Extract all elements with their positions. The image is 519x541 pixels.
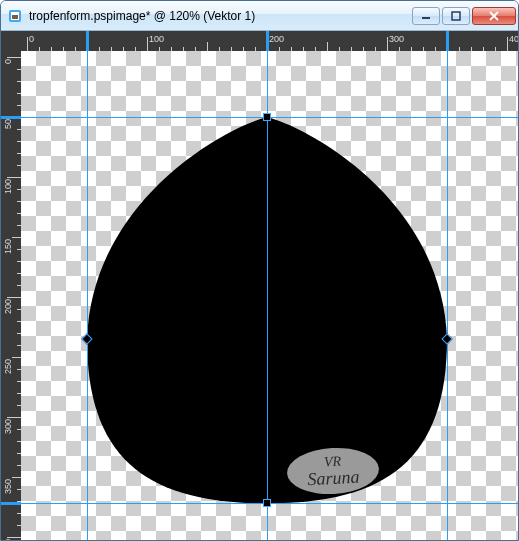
ruler-vertical[interactable]: 050100150200250300350400 bbox=[1, 51, 21, 540]
canvas[interactable]: VR Saruna bbox=[21, 51, 518, 540]
window-title: tropfenform.pspimage* @ 120% (Vektor 1) bbox=[29, 9, 412, 23]
maximize-button[interactable] bbox=[442, 7, 470, 25]
svg-rect-3 bbox=[422, 17, 430, 19]
vector-node[interactable] bbox=[263, 113, 271, 121]
ruler-horizontal[interactable]: 0100200300400 bbox=[21, 31, 518, 51]
document-area: 0100200300400 050100150200250300350400 V… bbox=[1, 31, 518, 540]
app-icon bbox=[7, 8, 23, 24]
svg-rect-4 bbox=[452, 12, 460, 20]
minimize-button[interactable] bbox=[412, 7, 440, 25]
close-button[interactable] bbox=[472, 7, 516, 25]
window-controls bbox=[412, 7, 516, 25]
app-window: tropfenform.pspimage* @ 120% (Vektor 1) … bbox=[0, 0, 519, 541]
ruler-origin[interactable] bbox=[1, 31, 21, 51]
vector-shape[interactable] bbox=[21, 51, 518, 540]
svg-rect-2 bbox=[12, 15, 18, 19]
vector-node[interactable] bbox=[263, 499, 271, 507]
titlebar[interactable]: tropfenform.pspimage* @ 120% (Vektor 1) bbox=[1, 1, 518, 31]
watermark-line2: Saruna bbox=[307, 468, 360, 489]
